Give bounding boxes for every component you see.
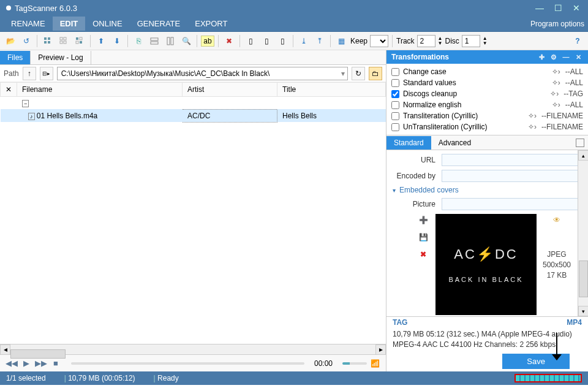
forward-button[interactable]: ▶▶ xyxy=(36,358,47,369)
preview-eye-button[interactable]: 👁 xyxy=(553,214,560,225)
scroll-thumb-v[interactable] xyxy=(579,261,588,297)
transform-close-button[interactable]: ✕ xyxy=(573,52,583,62)
search-button[interactable]: 🔍 xyxy=(179,34,193,48)
transform-checkbox[interactable] xyxy=(391,123,399,131)
col-filename[interactable]: Filename xyxy=(17,83,183,97)
doc2-button[interactable]: ▯ xyxy=(260,34,273,48)
disc-combo[interactable]: Disc ▲▼ xyxy=(445,35,488,47)
tab-preview-log[interactable]: Preview - Log xyxy=(31,51,91,64)
move-up-button[interactable]: ⬆ xyxy=(94,34,108,48)
path-refresh-button[interactable]: ↻ xyxy=(352,67,365,80)
move-down-button[interactable]: ⬇ xyxy=(110,34,124,48)
transform-settings-button[interactable]: ⚙ xyxy=(549,52,559,62)
menu-generate[interactable]: GENERATE xyxy=(130,17,188,31)
import-button[interactable]: ⤒ xyxy=(313,34,326,48)
menu-edit[interactable]: EDIT xyxy=(53,17,86,31)
eye-icon: 👁 xyxy=(553,216,560,224)
disc-stepper[interactable]: ▲▼ xyxy=(483,36,488,46)
track-combo[interactable]: Track ▲▼ xyxy=(396,35,442,47)
cover-remove-button[interactable]: ✖ xyxy=(417,248,429,261)
hilite-button[interactable]: ab xyxy=(201,34,214,48)
tab-advanced[interactable]: Advanced xyxy=(431,136,478,150)
transform-checkbox[interactable] xyxy=(391,68,399,76)
scroll-up-button[interactable]: ▴ xyxy=(578,150,588,161)
disc-input[interactable] xyxy=(462,35,480,47)
help-button[interactable]: ? xyxy=(571,34,584,48)
calendar-button[interactable]: ▦ xyxy=(334,34,348,48)
menu-rename[interactable]: RENAME xyxy=(4,17,53,31)
album-cover[interactable]: AC⚡DC BACK IN BLACK xyxy=(435,214,537,315)
section-embedded-covers[interactable]: Embedded covers xyxy=(393,186,582,194)
split-v-button[interactable] xyxy=(164,34,177,48)
scroll-right-button[interactable]: ▸ xyxy=(375,344,386,355)
file-table[interactable]: ✕ Filename Artist Title − ♪ 01 Hells Bel… xyxy=(0,82,386,344)
svg-rect-12 xyxy=(151,38,158,40)
svg-rect-1 xyxy=(48,37,50,40)
scroll-thumb[interactable] xyxy=(10,349,66,359)
remove-button[interactable]: ✖ xyxy=(222,34,236,48)
transform-row[interactable]: Standard values✧›--ALL xyxy=(391,77,583,88)
transform-row[interactable]: Discogs cleanup✧›--TAG xyxy=(391,88,583,99)
search-icon: 🔍 xyxy=(182,37,191,45)
transform-add-button[interactable]: ✚ xyxy=(537,52,546,62)
tab-standard[interactable]: Standard xyxy=(386,136,431,150)
tab-files[interactable]: Files xyxy=(0,51,31,64)
path-mode-button[interactable]: ⊟▸ xyxy=(40,67,53,80)
select-none-button[interactable] xyxy=(57,34,70,48)
doc3-button[interactable]: ▯ xyxy=(276,34,289,48)
transform-checkbox[interactable] xyxy=(391,101,399,109)
volume-icon[interactable]: 📶 xyxy=(371,359,380,368)
rewind-button[interactable]: ◀◀ xyxy=(6,358,17,369)
horizontal-scrollbar[interactable]: ◂ ▸ xyxy=(0,344,386,354)
encoded-by-input[interactable] xyxy=(442,170,582,182)
url-input[interactable] xyxy=(442,154,582,166)
open-folder-button[interactable]: 📂 xyxy=(4,34,17,48)
close-button[interactable]: ✕ xyxy=(567,2,586,14)
transform-checkbox[interactable] xyxy=(391,112,399,120)
program-options-link[interactable]: Program options xyxy=(530,20,584,28)
select-all-button[interactable] xyxy=(41,34,55,48)
vertical-scrollbar[interactable]: ▴ ▾ xyxy=(578,150,588,316)
save-button[interactable]: Save xyxy=(502,354,570,369)
tree-collapse-icon[interactable]: − xyxy=(22,100,29,107)
path-input[interactable]: C:\Users\Никита\Desktop\Музыка\Music\AC_… xyxy=(57,67,348,80)
history-button[interactable]: ↺ xyxy=(20,34,33,48)
doc1-button[interactable]: ▯ xyxy=(244,34,257,48)
invert-selection-button[interactable] xyxy=(73,34,86,48)
minimize-button[interactable]: — xyxy=(530,2,549,14)
col-title[interactable]: Title xyxy=(277,83,386,97)
stop-button[interactable]: ■ xyxy=(50,358,61,369)
track-input[interactable] xyxy=(417,35,435,47)
transform-row[interactable]: Change case✧›--ALL xyxy=(391,66,583,77)
transform-row[interactable]: UnTransliteration (Cyrillic)✧›--FILENAME xyxy=(391,121,583,132)
col-shuffle[interactable]: ✕ xyxy=(1,83,17,97)
export-button[interactable]: ⤓ xyxy=(297,34,311,48)
cover-save-button[interactable]: 💾 xyxy=(417,231,429,243)
copy-button[interactable]: ⎘ xyxy=(132,34,145,48)
maximize-button[interactable]: ☐ xyxy=(549,2,567,14)
seek-slider[interactable] xyxy=(71,362,304,365)
menu-export[interactable]: EXPORT xyxy=(187,17,235,31)
keep-select[interactable] xyxy=(370,35,388,47)
play-button[interactable]: ▶ xyxy=(21,358,32,369)
menu-online[interactable]: ONLINE xyxy=(85,17,129,31)
split-h-button[interactable] xyxy=(148,34,161,48)
path-up-button[interactable]: ↑ xyxy=(23,67,36,80)
scroll-left-button[interactable]: ◂ xyxy=(0,344,10,355)
cover-add-button[interactable]: ➕ xyxy=(417,214,429,226)
transform-row[interactable]: Transliteration (Cyrillic)✧›--FILENAME xyxy=(391,110,583,121)
scroll-down-button[interactable]: ▾ xyxy=(578,306,588,316)
chevron-down-icon[interactable]: ▾ xyxy=(341,69,345,78)
transform-checkbox[interactable] xyxy=(391,79,399,87)
transform-checkbox[interactable] xyxy=(391,90,399,98)
path-browse-button[interactable]: 🗀 xyxy=(369,67,382,80)
transform-row[interactable]: Normalize english✧›--ALL xyxy=(391,99,583,110)
table-row[interactable]: ♪ 01 Hells Bells.m4a AC/DC Hells Bells xyxy=(1,109,386,122)
volume-slider[interactable] xyxy=(342,362,367,365)
transform-minus-button[interactable]: — xyxy=(561,52,571,62)
tab-square-button[interactable] xyxy=(576,139,584,147)
picture-input[interactable] xyxy=(442,198,582,210)
col-artist[interactable]: Artist xyxy=(183,83,277,97)
track-stepper[interactable]: ▲▼ xyxy=(438,36,443,46)
keep-combo[interactable]: Keep xyxy=(350,35,388,47)
